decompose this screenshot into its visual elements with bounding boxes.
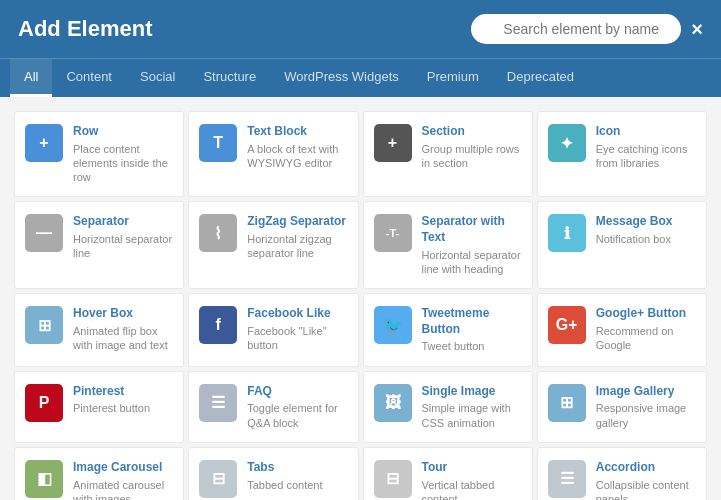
element-name-separator-with-text: Separator with Text bbox=[422, 214, 522, 245]
element-item-message-box[interactable]: ℹMessage BoxNotification box bbox=[537, 201, 707, 289]
element-name-icon: Icon bbox=[596, 124, 696, 140]
element-name-hover-box: Hover Box bbox=[73, 306, 173, 322]
tab-all[interactable]: All bbox=[10, 59, 52, 97]
tab-content[interactable]: Content bbox=[52, 59, 126, 97]
element-text-accordion: AccordionCollapsible content panels bbox=[596, 460, 696, 500]
element-text-tour: TourVertical tabbed content bbox=[422, 460, 522, 500]
element-desc-tour: Vertical tabbed content bbox=[422, 478, 522, 500]
element-name-tour: Tour bbox=[422, 460, 522, 476]
element-text-pinterest: PinterestPinterest button bbox=[73, 384, 173, 416]
element-text-row: RowPlace content elements inside the row bbox=[73, 124, 173, 184]
element-icon-faq: ☰ bbox=[199, 384, 237, 422]
element-icon-zigzag-separator: ⌇ bbox=[199, 214, 237, 252]
element-item-section[interactable]: +SectionGroup multiple rows in section bbox=[363, 111, 533, 197]
element-name-text-block: Text Block bbox=[247, 124, 347, 140]
element-desc-message-box: Notification box bbox=[596, 232, 696, 246]
element-desc-zigzag-separator: Horizontal zigzag separator line bbox=[247, 232, 347, 261]
tab-wordpress-widgets[interactable]: WordPress Widgets bbox=[270, 59, 413, 97]
element-icon-hover-box: ⊞ bbox=[25, 306, 63, 344]
tab-premium[interactable]: Premium bbox=[413, 59, 493, 97]
element-name-image-carousel: Image Carousel bbox=[73, 460, 173, 476]
element-text-faq: FAQToggle element for Q&A block bbox=[247, 384, 347, 430]
element-desc-separator-with-text: Horizontal separator line with heading bbox=[422, 248, 522, 277]
modal-header: Add Element 🔍 × bbox=[0, 0, 721, 58]
element-item-tweetmeme-button[interactable]: 🐦Tweetmeme ButtonTweet button bbox=[363, 293, 533, 366]
element-item-separator[interactable]: —SeparatorHorizontal separator line bbox=[14, 201, 184, 289]
element-text-facebook-like: Facebook LikeFacebook "Like" button bbox=[247, 306, 347, 352]
tab-deprecated[interactable]: Deprecated bbox=[493, 59, 588, 97]
element-item-icon[interactable]: ✦IconEye catching icons from libraries bbox=[537, 111, 707, 197]
element-text-separator: SeparatorHorizontal separator line bbox=[73, 214, 173, 260]
search-input[interactable] bbox=[471, 14, 681, 44]
element-icon-section: + bbox=[374, 124, 412, 162]
element-name-image-gallery: Image Gallery bbox=[596, 384, 696, 400]
element-item-single-image[interactable]: 🖼Single ImageSimple image with CSS anima… bbox=[363, 371, 533, 443]
element-text-section: SectionGroup multiple rows in section bbox=[422, 124, 522, 170]
element-text-hover-box: Hover BoxAnimated flip box with image an… bbox=[73, 306, 173, 352]
element-text-text-block: Text BlockA block of text with WYSIWYG e… bbox=[247, 124, 347, 170]
element-item-pinterest[interactable]: PPinterestPinterest button bbox=[14, 371, 184, 443]
element-icon-image-carousel: ◧ bbox=[25, 460, 63, 498]
element-item-separator-with-text[interactable]: -T-Separator with TextHorizontal separat… bbox=[363, 201, 533, 289]
element-desc-icon: Eye catching icons from libraries bbox=[596, 142, 696, 171]
tab-social[interactable]: Social bbox=[126, 59, 189, 97]
element-desc-faq: Toggle element for Q&A block bbox=[247, 401, 347, 430]
element-desc-accordion: Collapsible content panels bbox=[596, 478, 696, 500]
element-icon-accordion: ☰ bbox=[548, 460, 586, 498]
element-item-google-plus-button[interactable]: G+Google+ ButtonRecommend on Google bbox=[537, 293, 707, 366]
element-item-tour[interactable]: ⊟TourVertical tabbed content bbox=[363, 447, 533, 500]
element-text-single-image: Single ImageSimple image with CSS animat… bbox=[422, 384, 522, 430]
element-desc-image-carousel: Animated carousel with images bbox=[73, 478, 173, 500]
element-desc-row: Place content elements inside the row bbox=[73, 142, 173, 185]
elements-grid-container: +RowPlace content elements inside the ro… bbox=[0, 97, 721, 500]
element-item-image-carousel[interactable]: ◧Image CarouselAnimated carousel with im… bbox=[14, 447, 184, 500]
element-icon-message-box: ℹ bbox=[548, 214, 586, 252]
element-name-tabs: Tabs bbox=[247, 460, 347, 476]
element-icon-image-gallery: ⊞ bbox=[548, 384, 586, 422]
element-name-accordion: Accordion bbox=[596, 460, 696, 476]
element-text-google-plus-button: Google+ ButtonRecommend on Google bbox=[596, 306, 696, 352]
element-icon-row: + bbox=[25, 124, 63, 162]
element-icon-facebook-like: f bbox=[199, 306, 237, 344]
element-desc-tabs: Tabbed content bbox=[247, 478, 347, 492]
element-item-image-gallery[interactable]: ⊞Image GalleryResponsive image gallery bbox=[537, 371, 707, 443]
element-icon-tour: ⊟ bbox=[374, 460, 412, 498]
element-item-row[interactable]: +RowPlace content elements inside the ro… bbox=[14, 111, 184, 197]
element-icon-separator-with-text: -T- bbox=[374, 214, 412, 252]
element-item-text-block[interactable]: TText BlockA block of text with WYSIWYG … bbox=[188, 111, 358, 197]
element-item-zigzag-separator[interactable]: ⌇ZigZag SeparatorHorizontal zigzag separ… bbox=[188, 201, 358, 289]
element-desc-pinterest: Pinterest button bbox=[73, 401, 173, 415]
search-wrapper: 🔍 bbox=[471, 14, 681, 44]
element-desc-facebook-like: Facebook "Like" button bbox=[247, 324, 347, 353]
element-icon-pinterest: P bbox=[25, 384, 63, 422]
element-desc-separator: Horizontal separator line bbox=[73, 232, 173, 261]
add-element-modal: Add Element 🔍 × All Content Social Struc… bbox=[0, 0, 721, 500]
header-right: 🔍 × bbox=[471, 14, 703, 44]
element-text-image-gallery: Image GalleryResponsive image gallery bbox=[596, 384, 696, 430]
modal-title: Add Element bbox=[18, 16, 152, 42]
element-name-google-plus-button: Google+ Button bbox=[596, 306, 696, 322]
element-text-image-carousel: Image CarouselAnimated carousel with ima… bbox=[73, 460, 173, 500]
element-text-icon: IconEye catching icons from libraries bbox=[596, 124, 696, 170]
element-name-section: Section bbox=[422, 124, 522, 140]
element-desc-tweetmeme-button: Tweet button bbox=[422, 339, 522, 353]
element-name-message-box: Message Box bbox=[596, 214, 696, 230]
element-text-zigzag-separator: ZigZag SeparatorHorizontal zigzag separa… bbox=[247, 214, 347, 260]
element-icon-tabs: ⊟ bbox=[199, 460, 237, 498]
element-icon-google-plus-button: G+ bbox=[548, 306, 586, 344]
element-text-separator-with-text: Separator with TextHorizontal separator … bbox=[422, 214, 522, 276]
element-item-hover-box[interactable]: ⊞Hover BoxAnimated flip box with image a… bbox=[14, 293, 184, 366]
element-text-tabs: TabsTabbed content bbox=[247, 460, 347, 492]
element-text-message-box: Message BoxNotification box bbox=[596, 214, 696, 246]
element-item-accordion[interactable]: ☰AccordionCollapsible content panels bbox=[537, 447, 707, 500]
element-text-tweetmeme-button: Tweetmeme ButtonTweet button bbox=[422, 306, 522, 353]
element-item-faq[interactable]: ☰FAQToggle element for Q&A block bbox=[188, 371, 358, 443]
element-name-separator: Separator bbox=[73, 214, 173, 230]
element-item-facebook-like[interactable]: fFacebook LikeFacebook "Like" button bbox=[188, 293, 358, 366]
tab-structure[interactable]: Structure bbox=[189, 59, 270, 97]
element-icon-single-image: 🖼 bbox=[374, 384, 412, 422]
element-name-row: Row bbox=[73, 124, 173, 140]
tabs-bar: All Content Social Structure WordPress W… bbox=[0, 58, 721, 97]
element-item-tabs[interactable]: ⊟TabsTabbed content bbox=[188, 447, 358, 500]
close-button[interactable]: × bbox=[691, 18, 703, 41]
